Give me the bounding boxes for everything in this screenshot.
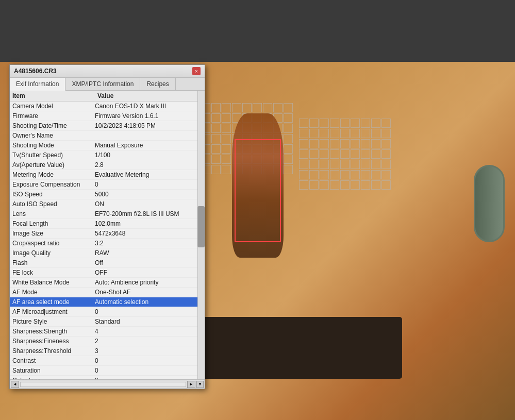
af-cell <box>320 149 329 159</box>
af-cell <box>351 180 360 190</box>
table-row[interactable]: Sharpness:Strength4 <box>10 327 205 337</box>
tab-recipes[interactable]: Recipes <box>140 78 175 90</box>
af-cell <box>371 139 380 148</box>
dialog-tabs: Exif Information XMP/IPTC Information Re… <box>10 78 205 91</box>
dialog-title: A4815606.CR3 <box>14 68 57 75</box>
scroll-track[interactable] <box>20 382 186 387</box>
table-row[interactable]: Shooting ModeManual Exposure <box>10 141 205 150</box>
cell-item: ISO Speed <box>12 191 95 198</box>
table-row[interactable]: Sharpness:Threshold3 <box>10 346 205 356</box>
af-cell <box>340 170 350 179</box>
table-row[interactable]: Metering ModeEvaluative Metering <box>10 170 205 180</box>
af-cell <box>211 134 221 143</box>
af-cell <box>320 180 329 190</box>
table-row[interactable]: Crop/aspect ratio3:2 <box>10 239 205 248</box>
table-row[interactable]: AF area select modeAutomatic selection <box>10 297 205 307</box>
table-row[interactable]: ISO Speed5000 <box>10 190 205 199</box>
scroll-left-button[interactable]: ◄ <box>11 381 19 388</box>
scroll-down-button[interactable]: ▼ <box>196 381 204 388</box>
af-cell <box>371 160 380 169</box>
cell-value: One-Shot AF <box>95 289 202 296</box>
table-row[interactable]: Focal Length102.0mm <box>10 219 205 229</box>
table-row[interactable]: LensEF70-200mm f/2.8L IS III USM <box>10 209 205 219</box>
af-cell <box>299 129 308 138</box>
af-cell <box>351 149 360 159</box>
table-row[interactable]: Tv(Shutter Speed)1/100 <box>10 150 205 160</box>
close-button[interactable]: × <box>192 67 201 75</box>
cell-value: 2.8 <box>95 161 202 169</box>
table-row[interactable]: AF ModeOne-Shot AF <box>10 288 205 297</box>
af-cell <box>340 180 350 190</box>
af-cell <box>222 165 231 174</box>
cell-value: 1/100 <box>95 152 202 159</box>
table-row[interactable]: FirmwareFirmware Version 1.6.1 <box>10 111 205 121</box>
cell-value: Automatic selection <box>95 298 202 306</box>
table-row[interactable]: Auto ISO SpeedON <box>10 199 205 209</box>
tab-xmp-iptc[interactable]: XMP/IPTC Information <box>65 78 140 90</box>
table-row[interactable]: Contrast0 <box>10 356 205 366</box>
af-cell <box>330 149 339 159</box>
af-cell <box>222 113 231 123</box>
tab-exif-information[interactable]: Exif Information <box>10 78 65 91</box>
coil-element <box>474 165 505 242</box>
cell-item: Owner's Name <box>12 132 95 139</box>
cell-item: Flash <box>12 259 95 266</box>
cell-item: Sharpness:Fineness <box>12 338 95 345</box>
cell-value: 10/2/2023 4:18:05 PM <box>95 122 202 129</box>
af-cell <box>381 149 391 159</box>
af-cell <box>381 170 391 179</box>
cell-item: Exposure Compensation <box>12 181 95 188</box>
scrollbar[interactable] <box>197 91 205 379</box>
cell-item: Picture Style <box>12 318 95 325</box>
af-cell <box>299 180 308 190</box>
table-row[interactable]: Exposure Compensation0 <box>10 180 205 190</box>
cell-value: 0 <box>95 181 202 188</box>
cell-item: Crop/aspect ratio <box>12 240 95 247</box>
af-cell <box>361 149 370 159</box>
table-row[interactable]: Image QualityRAW <box>10 248 205 258</box>
table-row[interactable]: FlashOff <box>10 258 205 268</box>
af-cell <box>309 149 319 159</box>
cell-item: Shooting Date/Time <box>12 122 95 129</box>
af-cell <box>330 119 339 128</box>
cell-value: Standard <box>95 318 202 325</box>
table-row[interactable]: White Balance ModeAuto: Ambience priorit… <box>10 278 205 288</box>
table-header: Item Value ▲ <box>10 91 205 102</box>
table-row[interactable]: Image Size5472x3648 <box>10 229 205 239</box>
table-row[interactable]: Color tone0 <box>10 376 205 379</box>
af-cell <box>284 113 293 123</box>
af-cell <box>361 180 370 190</box>
cell-item: Image Size <box>12 230 95 237</box>
af-cell <box>309 180 319 190</box>
col-item-header: Item <box>12 92 97 99</box>
table-row[interactable]: Av(Aperture Value)2.8 <box>10 160 205 170</box>
table-row[interactable]: Saturation0 <box>10 366 205 376</box>
af-cell <box>371 119 380 128</box>
table-row[interactable]: AF Microadjustment0 <box>10 307 205 317</box>
cell-value: Manual Exposure <box>95 142 202 149</box>
table-row[interactable]: Sharpness:Fineness2 <box>10 337 205 346</box>
scrollbar-thumb[interactable] <box>197 206 205 247</box>
cell-value: 5472x3648 <box>95 230 202 237</box>
cell-item: Saturation <box>12 367 95 374</box>
cell-value: 3 <box>95 347 202 355</box>
af-cell <box>320 170 329 179</box>
table-row[interactable]: Shooting Date/Time10/2/2023 4:18:05 PM <box>10 121 205 131</box>
scroll-right-button[interactable]: ► <box>187 381 195 388</box>
table-row[interactable]: FE lockOFF <box>10 268 205 278</box>
af-cell <box>299 149 308 159</box>
af-cell <box>381 129 391 138</box>
af-cell <box>299 170 308 179</box>
table-row[interactable]: Owner's Name <box>10 131 205 141</box>
equipment-box <box>196 317 402 379</box>
cell-value: Off <box>95 259 202 266</box>
table-row[interactable]: Picture StyleStandard <box>10 317 205 327</box>
af-cell <box>381 139 391 148</box>
table-row[interactable]: Camera ModelCanon EOS-1D X Mark III <box>10 102 205 111</box>
af-cell <box>284 144 293 154</box>
cell-value: 3:2 <box>95 240 202 247</box>
af-cell <box>320 129 329 138</box>
exif-dialog: A4815606.CR3 × Exif Information XMP/IPTC… <box>9 64 205 389</box>
cell-value: Evaluative Metering <box>95 171 202 178</box>
cell-item: Firmware <box>12 112 95 120</box>
